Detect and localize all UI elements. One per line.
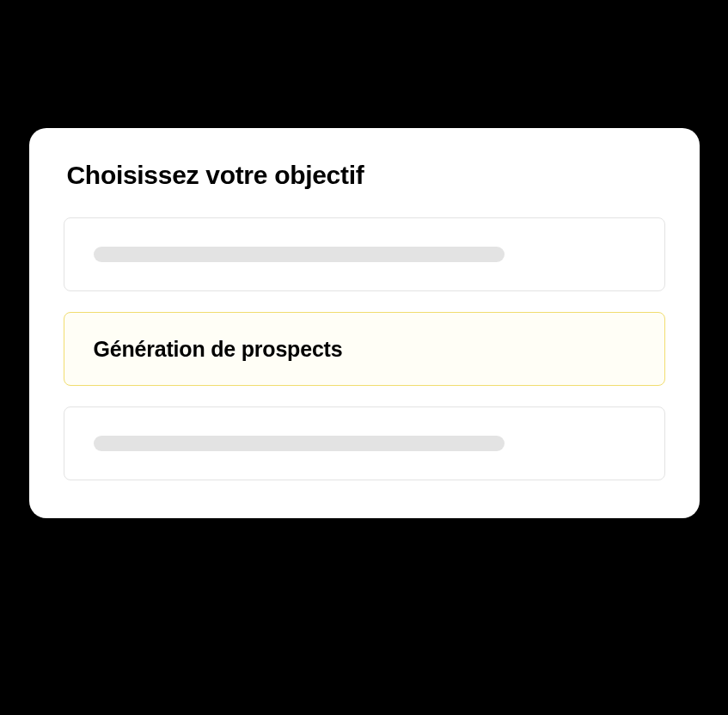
option-item[interactable] (64, 406, 665, 480)
placeholder-bar (94, 247, 505, 262)
option-item[interactable] (64, 217, 665, 291)
option-label: Génération de prospects (94, 337, 343, 362)
placeholder-bar (94, 436, 505, 451)
card-title: Choisissez votre objectif (67, 161, 665, 190)
options-list: Génération de prospects (64, 217, 665, 480)
option-item-selected[interactable]: Génération de prospects (64, 312, 665, 386)
objective-card: Choisissez votre objectif Génération de … (29, 128, 700, 518)
